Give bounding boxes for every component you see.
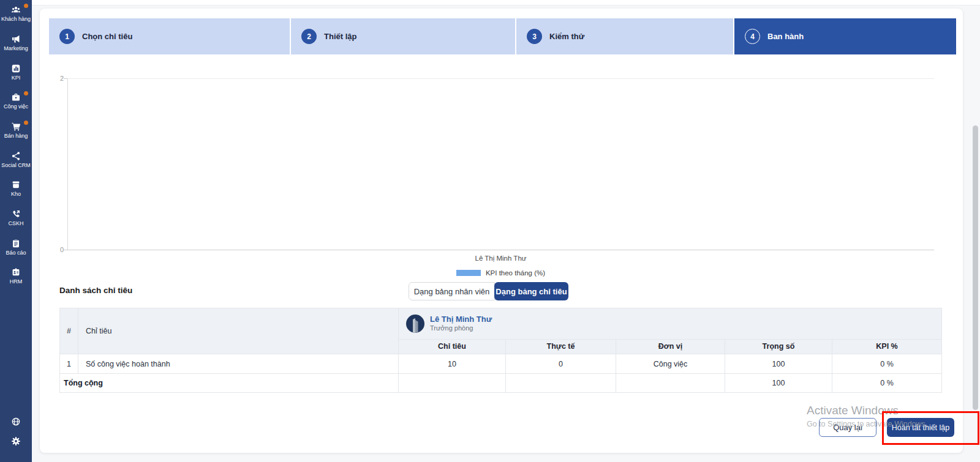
- employee-name-link[interactable]: Lê Thị Minh Thư: [430, 315, 492, 324]
- sidebar-item-ban-hang[interactable]: Bán hàng: [0, 122, 32, 139]
- sidebar-item-label: Bán hàng: [0, 133, 32, 139]
- x-axis-baseline: [67, 250, 934, 250]
- row-target-value: 10: [399, 354, 506, 374]
- wizard-stepper: 1 Chọn chỉ tiêu 2 Thiết lập 3 Kiểm thử 4…: [49, 18, 956, 54]
- step-number-circle: 3: [527, 29, 542, 44]
- toggle-dang-bang-chi-tieu[interactable]: Dạng bảng chỉ tiêu: [494, 282, 568, 300]
- step-label: Thiết lập: [324, 32, 356, 41]
- column-header-chi-tieu: Chỉ tiêu: [78, 308, 399, 354]
- total-actual: [506, 374, 616, 393]
- row-actual-value: 0: [506, 354, 616, 374]
- total-unit: [616, 374, 725, 393]
- tasks-icon: [11, 92, 21, 102]
- marketing-icon: [11, 34, 21, 44]
- warehouse-icon: [11, 180, 21, 190]
- sidebar-item-kho[interactable]: Kho: [0, 180, 32, 197]
- sidebar-item-label: KPI: [0, 75, 32, 81]
- y-axis-tick-min: 0: [51, 246, 64, 253]
- notification-badge-dot: [24, 4, 28, 8]
- x-axis-category-label: Lê Thị Minh Thư: [67, 255, 934, 262]
- step-label: Ban hành: [767, 32, 804, 41]
- customers-icon: [11, 5, 21, 15]
- step-label: Kiểm thử: [549, 32, 584, 41]
- finish-setup-button[interactable]: Hoàn tất thiết lập: [887, 418, 954, 437]
- vertical-scrollbar-thumb[interactable]: [973, 125, 978, 410]
- sales-cart-icon: [11, 122, 21, 132]
- y-axis-line: [67, 78, 68, 250]
- sidebar-item-hrm[interactable]: HRM: [0, 267, 32, 285]
- row-weight: 100: [725, 354, 832, 374]
- legend-series-label: KPI theo tháng (%): [486, 269, 545, 277]
- table-view-toggle: Dạng bảng nhân viên Dạng bảng chỉ tiêu: [409, 282, 568, 300]
- language-globe-button[interactable]: [0, 417, 32, 428]
- kpi-icon: [11, 64, 21, 73]
- sidebar-item-label: Social CRM: [0, 162, 32, 168]
- gridline: [67, 78, 934, 79]
- sidebar-item-label: Báo cáo: [0, 250, 32, 256]
- step-number-circle: 4: [745, 29, 760, 44]
- subheader-kpi-pct: KPI %: [832, 339, 942, 354]
- column-header-index: #: [60, 308, 78, 354]
- kpi-target-table: # Chỉ tiêu Lê Thị Minh Thư Trưởng phòng …: [59, 308, 942, 393]
- row-kpi-pct: 0 %: [832, 354, 942, 374]
- subheader-thuc-te: Thực tế: [506, 339, 616, 354]
- sidebar-item-cong-viec[interactable]: Công việc: [0, 92, 32, 110]
- row-target-name: Số công việc hoàn thành: [78, 354, 399, 374]
- total-label: Tổng cộng: [60, 374, 399, 393]
- toggle-dang-bang-nhan-vien[interactable]: Dạng bảng nhân viên: [409, 282, 495, 300]
- step-ban-hanh[interactable]: 4 Ban hành: [734, 18, 956, 54]
- sidebar-item-khach-hang[interactable]: Khách hàng: [0, 5, 32, 22]
- sidebar-item-label: Kho: [0, 191, 32, 197]
- table-row: 1 Số công việc hoàn thành 10 0 Công việc…: [60, 354, 942, 374]
- top-bar: [32, 0, 980, 6]
- employee-header-cell: Lê Thị Minh Thư Trưởng phòng: [399, 308, 942, 340]
- sidebar-item-label: Khách hàng: [0, 16, 32, 22]
- settings-button[interactable]: [0, 436, 32, 447]
- sidebar-item-social-crm[interactable]: Social CRM: [0, 151, 32, 168]
- notification-badge-dot: [24, 121, 28, 125]
- gear-icon: [11, 436, 21, 446]
- sidebar-item-label: Marketing: [0, 45, 32, 51]
- notification-badge-dot: [24, 91, 28, 95]
- subheader-trong-so: Trọng số: [725, 339, 832, 354]
- chart-legend[interactable]: KPI theo tháng (%): [67, 269, 934, 277]
- step-kiem-thu[interactable]: 3 Kiểm thử: [516, 18, 733, 54]
- hrm-badge-icon: [11, 267, 21, 277]
- back-button[interactable]: Quay lại: [819, 418, 876, 437]
- step-label: Chọn chỉ tiêu: [82, 32, 132, 41]
- step-number-circle: 2: [301, 29, 317, 44]
- step-number-circle: 1: [59, 29, 75, 44]
- table-total-row: Tổng cộng 100 0 %: [60, 374, 942, 393]
- step-thiet-lap[interactable]: 2 Thiết lập: [291, 18, 515, 54]
- sidebar-item-marketing[interactable]: Marketing: [0, 34, 32, 51]
- row-index: 1: [60, 354, 78, 374]
- employee-role: Trưởng phòng: [430, 324, 492, 332]
- sidebar-item-label: Công việc: [0, 103, 32, 110]
- total-kpi-pct: 0 %: [832, 374, 942, 393]
- avatar[interactable]: [406, 315, 424, 333]
- sidebar-item-label: HRM: [0, 278, 32, 285]
- row-unit: Công việc: [616, 354, 725, 374]
- legend-color-swatch: [456, 270, 481, 276]
- sidebar-item-bao-cao[interactable]: Báo cáo: [0, 239, 32, 256]
- share-icon: [11, 151, 21, 161]
- phone-icon: [11, 209, 21, 219]
- globe-icon: [11, 417, 21, 427]
- total-target: [399, 374, 506, 393]
- sidebar-item-kpi[interactable]: KPI: [0, 64, 32, 81]
- total-weight: 100: [725, 374, 832, 393]
- sidebar-item-cskh[interactable]: CSKH: [0, 209, 32, 226]
- step-chon-chi-tieu[interactable]: 1 Chọn chỉ tiêu: [49, 18, 290, 54]
- report-icon: [11, 239, 21, 248]
- section-title: Danh sách chỉ tiêu: [59, 286, 132, 295]
- sidebar-nav: Khách hàng Marketing KPI Công việc Bán h…: [0, 0, 32, 462]
- subheader-chi-tieu: Chỉ tiêu: [399, 339, 506, 354]
- y-axis-tick-max: 2: [51, 75, 64, 82]
- sidebar-item-label: CSKH: [0, 220, 32, 226]
- subheader-don-vi: Đơn vị: [616, 339, 725, 354]
